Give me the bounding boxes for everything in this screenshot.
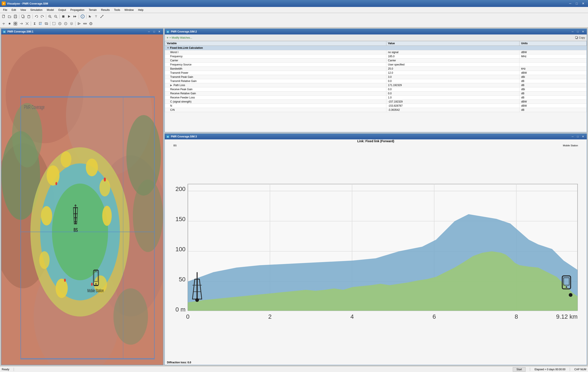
menu-file[interactable]: File xyxy=(1,8,9,12)
tb-antenna[interactable] xyxy=(93,14,99,19)
tb-chart[interactable] xyxy=(38,21,43,26)
sep5 xyxy=(79,14,79,19)
maximize-button[interactable]: □ xyxy=(574,1,580,6)
svg-point-57 xyxy=(61,151,72,167)
menu-edit[interactable]: Edit xyxy=(9,8,18,12)
svg-marker-14 xyxy=(74,15,75,18)
tb-save[interactable] xyxy=(12,14,18,19)
svg-rect-3 xyxy=(14,15,17,18)
menu-model[interactable]: Model xyxy=(45,8,56,12)
sim-window-3: M PMR Coverage.SIM:3 ─ □ ✕ Link: Fixed l… xyxy=(164,133,587,365)
copy-button[interactable]: Copy xyxy=(575,36,585,39)
unit-bandwidth: kHz xyxy=(519,67,587,71)
tb-arrow[interactable] xyxy=(18,21,24,26)
unit-rx-rel-gain: dB xyxy=(519,92,587,96)
sim-window-1: M PMR Coverage.SIM:1 ─ □ ✕ xyxy=(1,28,163,365)
tb-redo[interactable] xyxy=(40,14,45,19)
svg-point-60 xyxy=(102,206,112,226)
minimize-button[interactable]: ─ xyxy=(567,1,573,6)
sep9 xyxy=(75,21,75,26)
svg-rect-29 xyxy=(41,23,42,25)
table-row: Transmit Relative Gain 0.0 dB xyxy=(165,79,587,83)
svg-point-62 xyxy=(56,279,68,298)
tb-cross[interactable] xyxy=(24,21,30,26)
tb-grid[interactable] xyxy=(12,21,18,26)
tb-wireless[interactable] xyxy=(1,21,7,26)
menu-terrain[interactable]: Terrain xyxy=(86,8,99,12)
tb-dot[interactable] xyxy=(7,21,12,26)
menu-view[interactable]: View xyxy=(18,8,28,12)
tb-new[interactable] xyxy=(1,14,7,19)
sim2-maximize[interactable]: □ xyxy=(576,30,580,34)
sim1-close[interactable]: ✕ xyxy=(157,30,162,34)
var-frequency: Frequency xyxy=(165,54,386,59)
sim1-title: PMR Coverage.SIM:1 xyxy=(7,30,33,33)
tb-zoom-in[interactable] xyxy=(47,14,53,19)
tb-zoom-out[interactable] xyxy=(53,14,59,19)
modify-watches-button[interactable]: + + Modify Watches... xyxy=(167,36,192,40)
table-row: Frequency 185.0 MHz xyxy=(165,54,587,59)
var-tx-peak-gain: Transmit Peak Gain xyxy=(165,75,386,79)
svg-text:9.12 km: 9.12 km xyxy=(556,313,578,320)
sim1-minimize[interactable]: ─ xyxy=(147,30,151,34)
tb-plus-circle[interactable] xyxy=(57,21,63,26)
menu-output[interactable]: Output xyxy=(56,8,68,12)
tb-link[interactable] xyxy=(99,14,105,19)
svg-point-115 xyxy=(569,293,572,297)
tb-minus-circle[interactable] xyxy=(63,21,69,26)
collapse-icon[interactable]: ▼ xyxy=(167,46,169,49)
sep2 xyxy=(32,14,33,19)
tb-paste[interactable] xyxy=(26,14,32,19)
val-worst-i: no signal xyxy=(386,50,519,54)
val-carrier: Carrier xyxy=(386,59,519,63)
val-c-signal: -157.192329 xyxy=(386,100,519,104)
tb-scissors[interactable] xyxy=(76,21,82,26)
tb-info[interactable]: i xyxy=(80,14,85,19)
tb-select[interactable] xyxy=(87,14,93,19)
tb-undo[interactable] xyxy=(34,14,39,19)
sim2-minimize[interactable]: ─ xyxy=(570,30,575,34)
svg-rect-7 xyxy=(22,15,24,17)
unit-path-loss: dB xyxy=(519,83,587,87)
sim2-close[interactable]: ✕ xyxy=(581,30,585,34)
tb-layers[interactable] xyxy=(69,21,74,26)
menu-tools[interactable]: Tools xyxy=(112,8,122,12)
sim-window-2: M PMR Coverage.SIM:2 ─ □ ✕ + + Modify Wa… xyxy=(164,28,587,133)
menu-propagation[interactable]: Propagation xyxy=(68,8,87,12)
var-rx-feeder-loss: Receive Feeder Loss xyxy=(165,96,386,100)
tb-fast-forward[interactable] xyxy=(72,14,78,19)
toolbar-container: i Σ xyxy=(0,13,588,28)
sim3-maximize[interactable]: □ xyxy=(576,135,580,139)
tb-measure[interactable] xyxy=(82,21,88,26)
right-panels: M PMR Coverage.SIM:2 ─ □ ✕ + + Modify Wa… xyxy=(164,28,587,365)
tb-sigma[interactable]: Σ xyxy=(32,21,38,26)
start-button[interactable]: Start xyxy=(513,367,525,372)
menu-results[interactable]: Results xyxy=(99,8,112,12)
menu-help[interactable]: Help xyxy=(136,8,146,12)
close-button[interactable]: ✕ xyxy=(580,1,586,6)
menu-simulation[interactable]: Simulation xyxy=(28,8,45,12)
svg-rect-12 xyxy=(62,15,64,18)
svg-point-21 xyxy=(9,23,10,24)
tb-map2[interactable] xyxy=(43,21,49,26)
tb-stop[interactable] xyxy=(61,14,66,19)
tb-box[interactable] xyxy=(51,21,57,26)
var-worst-i: Worst I xyxy=(165,50,386,54)
tb-target[interactable] xyxy=(88,21,94,26)
sim3-minimize[interactable]: ─ xyxy=(570,135,575,139)
var-bandwidth: Bandwidth xyxy=(165,67,386,71)
svg-text:M: M xyxy=(167,31,169,33)
unit-tx-power: dBW xyxy=(519,71,587,75)
svg-point-35 xyxy=(78,22,79,23)
tb-copy[interactable] xyxy=(20,14,26,19)
map-container[interactable]: BS Mobile Station PMR Coverage xyxy=(1,34,163,365)
chart-right-label: Mobile Station xyxy=(563,144,578,147)
tb-open[interactable] xyxy=(7,14,12,19)
menu-window[interactable]: Window xyxy=(122,8,136,12)
sim1-maximize[interactable]: □ xyxy=(152,30,157,34)
path-loss-expand-icon[interactable]: ▶ xyxy=(170,84,173,87)
tb-play[interactable] xyxy=(66,14,72,19)
unit-c-signal: dBW xyxy=(519,100,587,104)
sim3-close[interactable]: ✕ xyxy=(581,135,585,139)
sep8 xyxy=(50,21,50,26)
